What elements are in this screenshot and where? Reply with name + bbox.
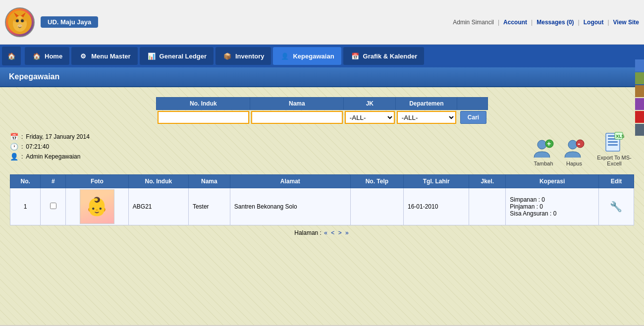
row-checkbox[interactable] [50,203,56,209]
cell-nama: Tester [188,188,230,225]
cell-notelp [350,188,403,225]
nav-menu-master[interactable]: ⚙ Menu Master [71,47,137,65]
home-nav-button[interactable]: 🏠 [2,47,21,65]
pagination-first[interactable]: « [324,229,327,236]
cell-koperasi: Simpanan : 0 Pinjaman : 0 Sisa Angsuran … [506,188,599,225]
home-menu-icon: 🏠 [32,51,42,61]
pagination: Halaman : « < > » [10,229,634,236]
col-alamat: Alamat [230,175,350,188]
dept-select[interactable]: -ALL- HRD Finance IT Operations [397,111,456,124]
cell-no: 1 [10,188,41,225]
table-row: 1 👶 ABG21 Tester Santren Bekonang Solo 1… [10,188,634,225]
logout-link[interactable]: Logout [584,19,604,26]
hapus-icon: - [564,139,585,160]
cari-button[interactable]: Cari [460,111,486,124]
page-title: Kepegawaian [9,72,59,81]
site-name: UD. Maju Jaya [41,16,98,28]
pagination-next[interactable]: > [338,229,342,236]
svg-point-12 [568,140,577,149]
color-swatches [635,59,644,136]
date-value: Friday, 17 January 2014 [26,133,90,140]
navbar: 🏠 🏠 Home ⚙ Menu Master 📊 General Ledger … [0,45,644,67]
inventory-icon: 📦 [222,51,232,61]
svg-text:XLS: XLS [616,134,625,139]
swatch-blue[interactable] [635,59,644,71]
col-edit: Edit [598,175,634,188]
nav-grafik-kalender[interactable]: 📅 Grafik & Kalender [343,47,425,65]
nav-general-ledger[interactable]: 📊 General Ledger [140,47,214,65]
filter-jk-header: JK [344,98,396,110]
noinduk-input[interactable] [158,111,249,124]
cell-foto: 👶 [66,188,129,225]
svg-point-7 [21,19,24,22]
col-jkel: Jkel. [469,175,506,188]
hapus-button[interactable]: - Hapus [564,139,585,166]
col-hash: # [41,175,66,188]
nav-home[interactable]: 🏠 Home [25,47,69,65]
cell-alamat: Santren Bekonang Solo [230,188,350,225]
nav-kepegawaian[interactable]: 👤 Kepegawaian [273,47,341,65]
account-link[interactable]: Account [503,19,527,26]
col-nama: Nama [188,175,230,188]
filter-container: No. Induk Nama JK Departemen [10,97,634,125]
export-label: Export To MS-Excell [594,155,634,166]
view-site-link[interactable]: View Site [613,19,639,26]
filter-cari-cell: Cari [457,110,487,125]
filter-table: No. Induk Nama JK Departemen [156,97,487,125]
pagination-label: Halaman : [294,229,322,236]
cell-edit: 🔧 [598,188,634,225]
left-info: 📅 : Friday, 17 January 2014 🕐 : 07:21:40… [10,133,90,161]
calendar-info-icon: 📅 [10,133,18,141]
filter-nama-header: Nama [250,98,344,110]
svg-text:-: - [578,139,580,148]
cell-jkel [469,188,506,225]
swatch-red[interactable] [635,111,644,123]
admin-label: Admin Simancil [453,19,494,26]
swatch-green[interactable] [635,72,644,84]
swatch-brown[interactable] [635,85,644,97]
messages-link[interactable]: Messages (0) [537,19,574,26]
main-content: No. Induk Nama JK Departemen [0,87,644,325]
filter-dept-cell: -ALL- HRD Finance IT Operations [396,110,457,125]
clock-icon: 🕐 [10,143,18,151]
logo-area: UD. Maju Jaya [5,7,98,37]
time-value: 07:21:40 [26,143,49,150]
swatch-gray[interactable] [635,124,644,136]
gear-icon: ⚙ [78,51,88,61]
data-table: No. # Foto No. Induk Nama Alamat No. Tel… [10,174,634,225]
svg-text:+: + [547,140,551,148]
svg-point-6 [16,19,19,22]
page-title-bar: Kepegawaian [0,67,644,87]
logo [5,7,35,37]
pagination-last[interactable]: » [345,229,349,236]
topbar: UD. Maju Jaya Admin Simancil | Account |… [0,0,644,45]
tambah-button[interactable]: + Tambah [533,139,554,166]
svg-point-8 [17,24,22,27]
export-button[interactable]: XLS Export To MS-Excell [594,133,634,166]
swatch-purple[interactable] [635,98,644,110]
edit-icon[interactable]: 🔧 [610,201,622,212]
tambah-icon: + [533,139,554,160]
svg-rect-18 [608,141,618,143]
ledger-icon: 📊 [147,51,157,61]
user-value: Admin Kepegawaian [26,153,80,160]
col-no: No. [10,175,41,188]
topbar-links: Admin Simancil | Account | Messages (0) … [453,19,639,26]
filter-noinduk-header: No. Induk [157,98,250,110]
user-line: 👤 : Admin Kepegawaian [10,153,90,161]
filter-action-header [457,98,487,110]
nav-inventory[interactable]: 📦 Inventory [215,47,271,65]
col-noinduk: No. Induk [128,175,188,188]
export-icon: XLS [604,133,625,154]
home-icon: 🏠 [7,53,16,60]
col-notelp: No. Telp [350,175,403,188]
time-line: 🕐 : 07:21:40 [10,143,90,151]
info-row: 📅 : Friday, 17 January 2014 🕐 : 07:21:40… [10,133,634,166]
nama-input[interactable] [251,111,343,124]
jk-select[interactable]: -ALL- Laki-laki Perempuan [345,111,395,124]
filter-jk-cell: -ALL- Laki-laki Perempuan [344,110,396,125]
tambah-label: Tambah [534,161,553,166]
cell-check [41,188,66,225]
svg-rect-19 [608,144,618,146]
pagination-prev[interactable]: < [331,229,334,236]
